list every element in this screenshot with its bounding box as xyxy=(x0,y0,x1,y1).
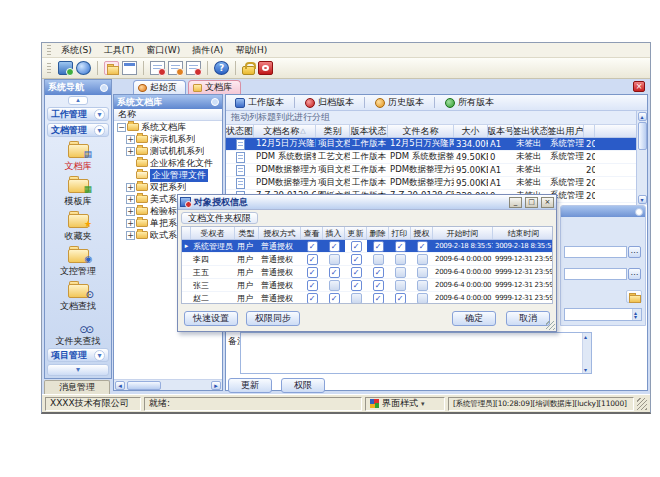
report-new-icon[interactable] xyxy=(150,61,165,75)
globe-icon[interactable] xyxy=(76,61,91,75)
scroll-thumb[interactable] xyxy=(638,122,647,150)
column-header[interactable]: 打印 xyxy=(389,227,411,239)
checkbox-checked[interactable] xyxy=(307,293,318,304)
open-folder-button[interactable] xyxy=(626,290,642,303)
column-header[interactable]: 结束时间 xyxy=(493,227,553,239)
tree-item[interactable]: 双把系列 xyxy=(114,181,222,193)
column-header[interactable]: 插入 xyxy=(323,227,345,239)
permission-row[interactable]: 李四用户普通授权2009-6-4 0:00:009999-12-31 23:59… xyxy=(182,253,552,266)
checkbox-unchecked[interactable] xyxy=(395,280,406,291)
tree-column-header[interactable]: 名称 xyxy=(114,109,222,121)
checkbox-checked[interactable] xyxy=(351,280,362,291)
checkbox-unchecked[interactable] xyxy=(329,254,340,265)
permission-row[interactable]: 系统管理员用户普通授权2009-2-18 8:35:573009-2-18 8:… xyxy=(182,240,552,253)
checkbox-unchecked[interactable] xyxy=(373,254,384,265)
sidebar-section-docs[interactable]: 文档管理 xyxy=(47,123,109,137)
column-header[interactable]: 版本号 xyxy=(488,125,514,137)
column-header[interactable]: 文档名称 xyxy=(254,125,316,137)
chevron-down-icon[interactable] xyxy=(94,109,105,120)
permission-row[interactable]: 张三用户普通授权2009-6-4 0:00:009999-12-31 23:59… xyxy=(182,279,552,292)
ellipsis-button[interactable] xyxy=(628,268,641,280)
checkbox-checked[interactable] xyxy=(329,293,340,304)
expander-plus-icon[interactable] xyxy=(126,219,135,228)
scroll-right-icon[interactable] xyxy=(211,381,221,390)
sidebar-item-folder-star[interactable]: ★收藏夹 xyxy=(65,210,92,243)
column-header[interactable]: 查看 xyxy=(301,227,323,239)
version-tab-2[interactable]: 归档版本 xyxy=(299,96,360,110)
expander-plus-icon[interactable] xyxy=(126,135,135,144)
maximize-icon[interactable] xyxy=(525,197,538,208)
checkbox-checked[interactable] xyxy=(373,267,384,278)
checkbox-checked[interactable] xyxy=(307,280,318,291)
checkbox-unchecked[interactable] xyxy=(395,267,406,278)
expander-plus-icon[interactable] xyxy=(126,195,135,204)
column-header[interactable]: 更新 xyxy=(345,227,367,239)
column-header[interactable]: 删除 xyxy=(367,227,389,239)
checkbox-checked[interactable] xyxy=(329,241,340,252)
checkbox-unchecked[interactable] xyxy=(395,254,406,265)
collapse-icon[interactable] xyxy=(635,208,643,216)
notes-textarea[interactable] xyxy=(240,332,592,374)
checkbox-checked[interactable] xyxy=(307,267,318,278)
folder-icon[interactable] xyxy=(104,61,119,75)
tree-horizontal-scrollbar[interactable] xyxy=(114,379,222,390)
column-header[interactable]: 签出用户 xyxy=(548,125,584,137)
doc-row[interactable]: 12月5日万兴隆网行…项目文档工作版本12月5日万兴隆网行…334.00KBA1… xyxy=(226,138,636,151)
expander-plus-icon[interactable] xyxy=(126,147,135,156)
tree-item[interactable]: 企业管理文件 xyxy=(114,169,222,181)
report-open-icon[interactable] xyxy=(168,61,183,75)
cancel-button[interactable]: 取消 xyxy=(506,311,550,326)
scroll-down-strip[interactable] xyxy=(47,364,109,376)
scroll-down-icon[interactable] xyxy=(638,195,647,204)
resize-grip[interactable] xyxy=(637,398,647,410)
version-tab-1[interactable]: 工作版本 xyxy=(229,96,290,110)
scroll-left-icon[interactable] xyxy=(115,381,125,390)
tree-item[interactable]: 测试机机系列 xyxy=(114,145,222,157)
close-icon[interactable] xyxy=(633,81,645,92)
doc-row[interactable]: PDM 系统数据整理检…工艺文档工作版本PDM 系统数据整理…49.50KB0未… xyxy=(226,151,636,164)
window-icon[interactable] xyxy=(122,61,137,75)
resize-grip[interactable] xyxy=(546,321,555,330)
lock-icon[interactable] xyxy=(242,66,255,75)
folder-permissions-tab[interactable]: 文档文件夹权限 xyxy=(181,212,258,224)
checkbox-unchecked[interactable] xyxy=(417,280,428,291)
sidebar-item-doc-search[interactable]: ⊙文档查找 xyxy=(60,280,96,313)
column-header[interactable]: 受权者 xyxy=(191,227,235,239)
column-header[interactable]: 类别 xyxy=(316,125,350,137)
checkbox-checked[interactable] xyxy=(373,280,384,291)
tab-doc-library[interactable]: 文档库 xyxy=(188,80,241,94)
checkbox-checked[interactable] xyxy=(329,267,340,278)
property-textarea[interactable] xyxy=(564,308,642,321)
dialog-title-bar[interactable]: 对象授权信息 xyxy=(178,195,556,210)
report-del-icon[interactable] xyxy=(186,61,201,75)
checkbox-unchecked[interactable] xyxy=(417,254,428,265)
column-header[interactable]: 签出状态 xyxy=(514,125,548,137)
scroll-up-icon[interactable] xyxy=(638,112,647,121)
permission-row[interactable]: 王五用户普通授权2009-6-4 0:00:009999-12-31 23:59… xyxy=(182,266,552,279)
quick-setup-button[interactable]: 快速设置 xyxy=(184,311,238,326)
minimize-icon[interactable] xyxy=(509,197,522,208)
checkbox-unchecked[interactable] xyxy=(417,293,428,304)
menu-item-1[interactable]: 系统(S) xyxy=(55,43,98,58)
column-header[interactable]: 状态图 xyxy=(226,125,254,137)
doc-row[interactable]: PDM数据整理方案2.doc项目文档工作版本PDM数据整理方案2.doc95.0… xyxy=(226,177,636,190)
sidebar-item-folder-doc[interactable]: ▤文档库 xyxy=(65,140,92,173)
checkbox-checked[interactable] xyxy=(395,293,406,304)
ui-style-dropdown[interactable]: 界面样式 xyxy=(365,397,445,411)
chevron-down-icon[interactable] xyxy=(94,350,105,361)
ellipsis-button[interactable] xyxy=(628,246,641,258)
sidebar-section-project[interactable]: 项目管理 xyxy=(47,348,109,362)
pushpin-icon[interactable] xyxy=(211,98,219,106)
tree-item[interactable]: 系统文档库 xyxy=(114,121,222,133)
doc-table-vscrollbar[interactable] xyxy=(636,111,647,205)
column-header[interactable]: 版本状态 xyxy=(350,125,388,137)
checkbox-unchecked[interactable] xyxy=(351,293,362,304)
checkbox-checked[interactable] xyxy=(373,293,384,304)
checkbox-checked[interactable] xyxy=(395,241,406,252)
column-header[interactable]: 类型 xyxy=(235,227,259,239)
menu-item-4[interactable]: 插件(A) xyxy=(186,43,229,58)
property-field[interactable] xyxy=(564,246,627,258)
tree-item[interactable]: 演示机系列 xyxy=(114,133,222,145)
version-tab-3[interactable]: 历史版本 xyxy=(369,96,430,110)
permission-button[interactable]: 权限 xyxy=(281,378,325,393)
